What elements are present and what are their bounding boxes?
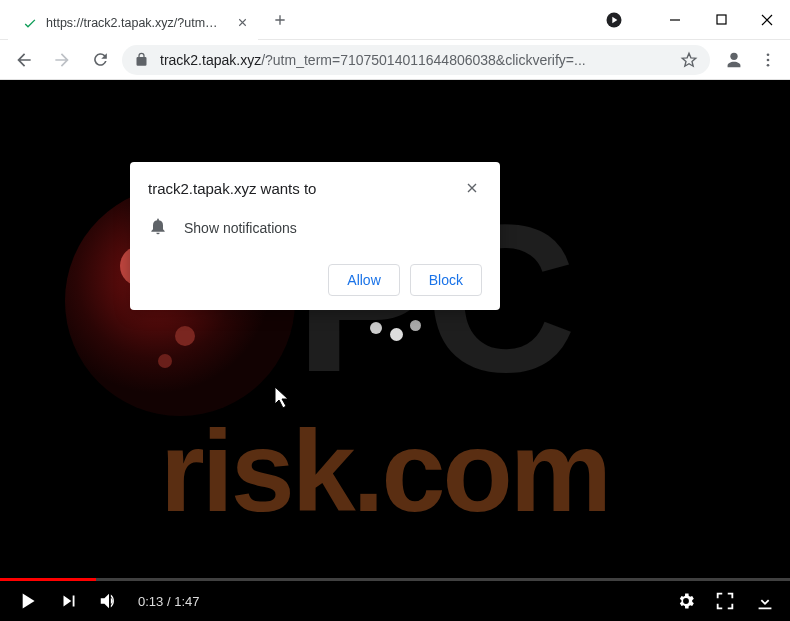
video-control-bar: 0:13 / 1:47 [0,581,790,621]
volume-button[interactable] [98,590,120,612]
page-content: PC risk.com track2.tapak.xyz wants to Sh… [0,80,790,621]
bookmark-star-icon[interactable] [680,51,698,69]
checkmark-icon [22,15,38,31]
block-button[interactable]: Block [410,264,482,296]
chrome-menu-button[interactable] [754,46,782,74]
svg-point-5 [767,63,770,66]
permission-notification-label: Show notifications [184,220,297,236]
watermark-line2: risk.com [160,407,609,535]
bell-icon [148,216,168,240]
address-bar[interactable]: track2.tapak.xyz/?utm_term=7107501401164… [122,45,710,75]
tab-title: https://track2.tapak.xyz/?utm_ter [46,16,222,30]
close-dialog-icon[interactable] [464,180,482,198]
allow-button[interactable]: Allow [328,264,399,296]
url-host: track2.tapak.xyz [160,52,261,68]
settings-gear-icon[interactable] [676,591,696,611]
svg-point-3 [767,53,770,56]
close-tab-icon[interactable] [234,15,250,31]
lock-icon[interactable] [134,52,150,68]
play-button[interactable] [14,588,40,614]
forward-button[interactable] [46,44,78,76]
mouse-cursor-icon [274,386,292,410]
svg-point-4 [767,58,770,61]
url-text: track2.tapak.xyz/?utm_term=7107501401164… [160,52,670,68]
maximize-button[interactable] [698,0,744,40]
browser-tab[interactable]: https://track2.tapak.xyz/?utm_ter [8,6,258,40]
video-time: 0:13 / 1:47 [138,594,199,609]
window-controls [604,0,790,39]
media-playing-icon[interactable] [604,10,624,30]
url-path: /?utm_term=71075014011644806038&clickver… [261,52,586,68]
svg-point-2 [730,52,737,59]
minimize-button[interactable] [652,0,698,40]
fullscreen-button[interactable] [714,590,736,612]
video-current-time: 0:13 [138,594,163,609]
window-title-bar: https://track2.tapak.xyz/?utm_ter [0,0,790,40]
profile-button[interactable] [720,46,748,74]
reload-button[interactable] [84,44,116,76]
back-button[interactable] [8,44,40,76]
next-button[interactable] [58,590,80,612]
notification-permission-dialog: track2.tapak.xyz wants to Show notificat… [130,162,500,310]
close-window-button[interactable] [744,0,790,40]
download-icon[interactable] [754,590,776,612]
svg-point-9 [158,354,172,368]
svg-point-8 [175,326,195,346]
svg-rect-1 [717,15,726,24]
new-tab-button[interactable] [266,6,294,34]
video-duration: 1:47 [174,594,199,609]
permission-title: track2.tapak.xyz wants to [148,180,316,197]
browser-toolbar: track2.tapak.xyz/?utm_term=7107501401164… [0,40,790,80]
